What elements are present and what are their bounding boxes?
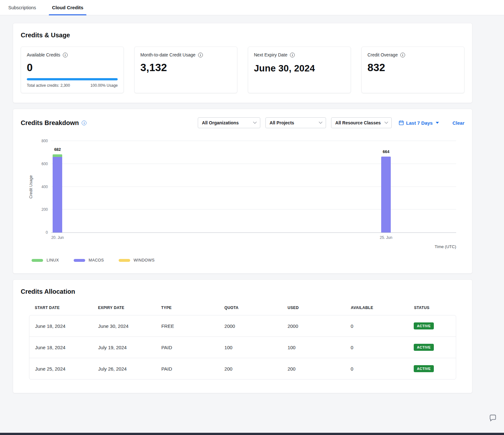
gridline bbox=[51, 164, 456, 164]
table-cell-expiry: July 26, 2024 bbox=[93, 366, 156, 372]
calendar-icon bbox=[399, 120, 404, 125]
status-badge: ACTIVE bbox=[414, 344, 434, 351]
table-cell-start: June 25, 2024 bbox=[29, 366, 93, 372]
chart-y-axis-label: Credit Usage bbox=[29, 173, 33, 201]
legend-swatch bbox=[74, 259, 85, 262]
table-cell-status: ACTIVE bbox=[408, 365, 456, 372]
credit-overage-label: Credit Overage bbox=[367, 52, 398, 57]
y-tick-label: 200 bbox=[34, 207, 48, 212]
stats-row: Available Credits 0 Total active credits… bbox=[21, 47, 464, 93]
gridline bbox=[51, 187, 456, 187]
chevron-down-icon bbox=[384, 120, 388, 124]
legend-item-linux[interactable]: LINUX bbox=[32, 258, 59, 262]
chart-legend: LINUXMACOSWINDOWS bbox=[32, 258, 456, 262]
legend-item-macos[interactable]: MACOS bbox=[74, 258, 104, 262]
table-cell-start: June 18, 2024 bbox=[29, 345, 93, 350]
y-tick-label: 0 bbox=[34, 230, 48, 235]
table-cell-type: FREE bbox=[156, 323, 219, 329]
column-header: AVAILABLE bbox=[345, 306, 408, 310]
bar-value-label: 682 bbox=[54, 147, 61, 152]
info-icon[interactable] bbox=[198, 53, 203, 57]
usage-percent: 100.00% Usage bbox=[91, 83, 118, 88]
legend-label: WINDOWS bbox=[134, 258, 155, 262]
mtd-usage-value: 3,132 bbox=[140, 62, 231, 74]
legend-label: LINUX bbox=[47, 258, 59, 262]
tab-cloud-credits[interactable]: Cloud Credits bbox=[49, 0, 86, 15]
tab-subscriptions[interactable]: Subscriptions bbox=[7, 0, 37, 15]
mtd-usage-label: Month-to-date Credit Usage bbox=[140, 52, 196, 57]
bar-20-jun[interactable]: 682 bbox=[53, 154, 62, 232]
table-cell-expiry: June 30, 2024 bbox=[93, 323, 156, 329]
resource-classes-filter[interactable]: All Resource Classes bbox=[331, 117, 392, 128]
bar-25-jun[interactable]: 664 bbox=[381, 157, 391, 232]
available-credits-label: Available Credits bbox=[27, 52, 60, 57]
credits-allocation-panel: Credits Allocation START DATEEXPIRY DATE… bbox=[13, 279, 472, 393]
available-credits-card: Available Credits 0 Total active credits… bbox=[21, 47, 124, 93]
credits-allocation-table: START DATEEXPIRY DATETYPEQUOTAUSEDAVAILA… bbox=[29, 306, 456, 380]
table-cell-used: 200 bbox=[282, 366, 345, 372]
y-tick-label: 600 bbox=[34, 162, 48, 166]
info-icon[interactable] bbox=[82, 121, 86, 125]
organizations-filter-label: All Organizations bbox=[202, 120, 239, 125]
table-row: June 18, 2024July 19, 2024PAID1001000ACT… bbox=[29, 336, 456, 358]
legend-item-windows[interactable]: WINDOWS bbox=[119, 258, 155, 262]
feedback-chat-icon[interactable] bbox=[489, 414, 497, 422]
bottom-edge-bar bbox=[0, 433, 504, 435]
table-row: June 25, 2024July 26, 2024PAID2002000ACT… bbox=[29, 358, 456, 380]
info-icon[interactable] bbox=[290, 53, 295, 57]
credits-usage-panel: Credits & Usage Available Credits 0 Tota… bbox=[13, 23, 472, 103]
next-expiry-value: June 30, 2024 bbox=[254, 63, 345, 74]
column-header: STATUS bbox=[408, 306, 456, 310]
table-cell-quota: 2000 bbox=[219, 323, 282, 329]
bar-segment-macos bbox=[381, 157, 391, 232]
credit-overage-value: 832 bbox=[367, 62, 458, 74]
chevron-down-icon bbox=[253, 120, 256, 124]
mtd-usage-card: Month-to-date Credit Usage 3,132 bbox=[134, 47, 237, 93]
y-tick-label: 800 bbox=[34, 139, 48, 143]
gridline bbox=[51, 141, 456, 141]
total-active-credits: Total active credits: 2,300 bbox=[27, 83, 70, 88]
credits-progress-fill bbox=[27, 78, 118, 80]
top-tab-bar: Subscriptions Cloud Credits bbox=[0, 0, 504, 15]
bar-segment-linux bbox=[53, 154, 62, 157]
table-cell-start: June 18, 2024 bbox=[29, 323, 93, 329]
credits-breakdown-title: Credits Breakdown bbox=[21, 119, 79, 127]
info-icon[interactable] bbox=[63, 53, 68, 57]
chevron-down-icon bbox=[319, 120, 322, 124]
clear-filters-button[interactable]: Clear bbox=[452, 120, 464, 126]
page-content: Credits & Usage Available Credits 0 Tota… bbox=[13, 23, 472, 393]
legend-swatch bbox=[32, 259, 43, 262]
caret-down-icon bbox=[436, 122, 439, 124]
table-cell-type: PAID bbox=[156, 345, 219, 350]
table-cell-quota: 200 bbox=[219, 366, 282, 372]
chart-plot: Credit Usage 020040060080068220. Jun6642… bbox=[51, 141, 456, 233]
table-row: June 18, 2024June 30, 2024FREE200020000A… bbox=[29, 315, 456, 337]
table-cell-available: 0 bbox=[345, 366, 408, 372]
resource-classes-filter-label: All Resource Classes bbox=[335, 120, 381, 125]
y-tick-label: 400 bbox=[34, 185, 48, 189]
table-cell-available: 0 bbox=[345, 345, 408, 350]
date-range-filter[interactable]: Last 7 Days bbox=[399, 120, 439, 126]
x-tick-label: 25. Jun bbox=[380, 235, 392, 240]
x-tick-label: 20. Jun bbox=[51, 235, 64, 240]
table-cell-expiry: July 19, 2024 bbox=[93, 345, 156, 350]
bar-value-label: 664 bbox=[383, 150, 389, 154]
allocation-table-body: June 18, 2024June 30, 2024FREE200020000A… bbox=[29, 315, 456, 380]
column-header: USED bbox=[282, 306, 345, 310]
chart-x-axis-label: Time (UTC) bbox=[21, 244, 456, 249]
table-cell-status: ACTIVE bbox=[408, 322, 456, 329]
info-icon[interactable] bbox=[400, 53, 405, 57]
date-range-label: Last 7 Days bbox=[406, 120, 433, 126]
credits-progress-bar bbox=[27, 78, 118, 80]
column-header: EXPIRY DATE bbox=[92, 306, 155, 310]
credits-allocation-title: Credits Allocation bbox=[21, 288, 464, 295]
table-cell-type: PAID bbox=[156, 366, 219, 372]
column-header: QUOTA bbox=[219, 306, 282, 310]
table-cell-used: 100 bbox=[282, 345, 345, 350]
legend-label: MACOS bbox=[89, 258, 104, 262]
projects-filter[interactable]: All Projects bbox=[265, 117, 326, 128]
next-expiry-label: Next Expiry Date bbox=[254, 52, 287, 57]
column-header: START DATE bbox=[29, 306, 92, 310]
next-expiry-card: Next Expiry Date June 30, 2024 bbox=[248, 47, 351, 93]
organizations-filter[interactable]: All Organizations bbox=[198, 117, 260, 128]
